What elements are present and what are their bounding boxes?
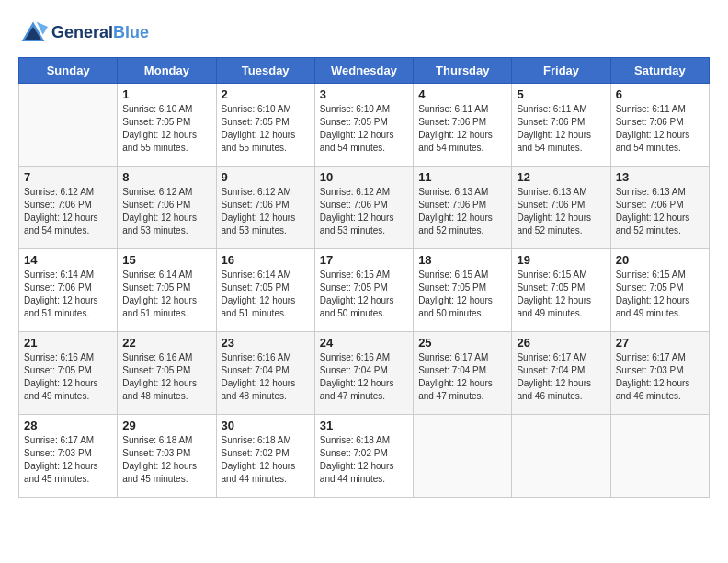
day-number: 20 — [616, 253, 704, 267]
calendar-week-row: 14Sunrise: 6:14 AM Sunset: 7:06 PM Dayli… — [19, 249, 710, 332]
day-number: 17 — [320, 253, 408, 267]
day-info: Sunrise: 6:16 AM Sunset: 7:04 PM Dayligh… — [320, 351, 408, 403]
day-number: 14 — [24, 253, 112, 267]
calendar-cell: 14Sunrise: 6:14 AM Sunset: 7:06 PM Dayli… — [19, 249, 118, 332]
calendar-cell: 21Sunrise: 6:16 AM Sunset: 7:05 PM Dayli… — [19, 332, 118, 415]
day-number: 1 — [122, 87, 210, 101]
calendar-week-row: 28Sunrise: 6:17 AM Sunset: 7:03 PM Dayli… — [19, 415, 710, 498]
page-header: GeneralBlue — [18, 18, 710, 48]
day-info: Sunrise: 6:10 AM Sunset: 7:05 PM Dayligh… — [320, 103, 408, 155]
day-number: 5 — [517, 87, 605, 101]
day-info: Sunrise: 6:12 AM Sunset: 7:06 PM Dayligh… — [222, 186, 310, 237]
calendar-cell — [512, 415, 610, 498]
calendar-header-row: SundayMondayTuesdayWednesdayThursdayFrid… — [19, 58, 710, 84]
calendar-cell — [414, 415, 512, 498]
day-info: Sunrise: 6:14 AM Sunset: 7:05 PM Dayligh… — [222, 269, 310, 320]
day-info: Sunrise: 6:18 AM Sunset: 7:02 PM Dayligh… — [320, 434, 408, 486]
day-number: 8 — [122, 170, 210, 184]
day-info: Sunrise: 6:17 AM Sunset: 7:04 PM Dayligh… — [517, 351, 605, 403]
calendar-cell: 4Sunrise: 6:11 AM Sunset: 7:06 PM Daylig… — [414, 84, 512, 167]
calendar-week-row: 7Sunrise: 6:12 AM Sunset: 7:06 PM Daylig… — [19, 167, 710, 249]
day-info: Sunrise: 6:17 AM Sunset: 7:03 PM Dayligh… — [24, 434, 112, 486]
logo-icon — [18, 18, 48, 48]
calendar-cell: 13Sunrise: 6:13 AM Sunset: 7:06 PM Dayli… — [610, 167, 709, 249]
header-sunday: Sunday — [19, 58, 118, 84]
day-number: 15 — [122, 253, 210, 267]
day-number: 24 — [320, 336, 408, 350]
day-number: 10 — [320, 170, 408, 184]
calendar-cell: 11Sunrise: 6:13 AM Sunset: 7:06 PM Dayli… — [414, 167, 512, 249]
day-info: Sunrise: 6:15 AM Sunset: 7:05 PM Dayligh… — [517, 269, 605, 320]
calendar-cell: 28Sunrise: 6:17 AM Sunset: 7:03 PM Dayli… — [19, 415, 118, 498]
calendar-cell: 27Sunrise: 6:17 AM Sunset: 7:03 PM Dayli… — [610, 332, 709, 415]
header-tuesday: Tuesday — [216, 58, 314, 84]
day-number: 13 — [616, 170, 704, 184]
header-friday: Friday — [512, 58, 610, 84]
day-number: 31 — [320, 419, 408, 432]
day-info: Sunrise: 6:11 AM Sunset: 7:06 PM Dayligh… — [418, 103, 506, 155]
day-info: Sunrise: 6:12 AM Sunset: 7:06 PM Dayligh… — [122, 186, 210, 237]
calendar-cell: 29Sunrise: 6:18 AM Sunset: 7:03 PM Dayli… — [118, 415, 216, 498]
calendar-cell: 25Sunrise: 6:17 AM Sunset: 7:04 PM Dayli… — [414, 332, 512, 415]
day-info: Sunrise: 6:13 AM Sunset: 7:06 PM Dayligh… — [418, 186, 506, 237]
day-info: Sunrise: 6:15 AM Sunset: 7:05 PM Dayligh… — [418, 269, 506, 320]
calendar-cell: 17Sunrise: 6:15 AM Sunset: 7:05 PM Dayli… — [314, 249, 413, 332]
day-number: 25 — [418, 336, 506, 350]
day-info: Sunrise: 6:16 AM Sunset: 7:05 PM Dayligh… — [122, 351, 210, 403]
day-number: 18 — [418, 253, 506, 267]
day-info: Sunrise: 6:13 AM Sunset: 7:06 PM Dayligh… — [616, 186, 704, 237]
day-number: 3 — [320, 87, 408, 101]
day-info: Sunrise: 6:10 AM Sunset: 7:05 PM Dayligh… — [222, 103, 310, 155]
calendar-cell: 5Sunrise: 6:11 AM Sunset: 7:06 PM Daylig… — [512, 84, 610, 167]
day-info: Sunrise: 6:11 AM Sunset: 7:06 PM Dayligh… — [517, 103, 605, 155]
calendar-cell: 1Sunrise: 6:10 AM Sunset: 7:05 PM Daylig… — [118, 84, 216, 167]
day-number: 23 — [222, 336, 310, 350]
calendar-cell: 6Sunrise: 6:11 AM Sunset: 7:06 PM Daylig… — [610, 84, 709, 167]
day-info: Sunrise: 6:18 AM Sunset: 7:03 PM Dayligh… — [122, 434, 210, 486]
day-info: Sunrise: 6:10 AM Sunset: 7:05 PM Dayligh… — [122, 103, 210, 155]
calendar-cell: 24Sunrise: 6:16 AM Sunset: 7:04 PM Dayli… — [314, 332, 413, 415]
day-number: 28 — [24, 419, 112, 432]
day-number: 9 — [222, 170, 310, 184]
calendar-cell: 30Sunrise: 6:18 AM Sunset: 7:02 PM Dayli… — [216, 415, 314, 498]
logo: GeneralBlue — [18, 18, 149, 48]
day-info: Sunrise: 6:16 AM Sunset: 7:05 PM Dayligh… — [24, 351, 112, 403]
calendar-cell: 26Sunrise: 6:17 AM Sunset: 7:04 PM Dayli… — [512, 332, 610, 415]
day-info: Sunrise: 6:15 AM Sunset: 7:05 PM Dayligh… — [616, 269, 704, 320]
day-info: Sunrise: 6:11 AM Sunset: 7:06 PM Dayligh… — [616, 103, 704, 155]
calendar-cell: 18Sunrise: 6:15 AM Sunset: 7:05 PM Dayli… — [414, 249, 512, 332]
day-info: Sunrise: 6:13 AM Sunset: 7:06 PM Dayligh… — [517, 186, 605, 237]
calendar-cell: 19Sunrise: 6:15 AM Sunset: 7:05 PM Dayli… — [512, 249, 610, 332]
calendar-cell: 9Sunrise: 6:12 AM Sunset: 7:06 PM Daylig… — [216, 167, 314, 249]
day-number: 6 — [616, 87, 704, 101]
day-number: 29 — [122, 419, 210, 432]
day-number: 22 — [122, 336, 210, 350]
calendar-cell: 2Sunrise: 6:10 AM Sunset: 7:05 PM Daylig… — [216, 84, 314, 167]
header-saturday: Saturday — [610, 58, 709, 84]
calendar-cell: 31Sunrise: 6:18 AM Sunset: 7:02 PM Dayli… — [314, 415, 413, 498]
calendar-cell: 20Sunrise: 6:15 AM Sunset: 7:05 PM Dayli… — [610, 249, 709, 332]
calendar-cell: 23Sunrise: 6:16 AM Sunset: 7:04 PM Dayli… — [216, 332, 314, 415]
day-info: Sunrise: 6:17 AM Sunset: 7:03 PM Dayligh… — [616, 351, 704, 403]
day-info: Sunrise: 6:17 AM Sunset: 7:04 PM Dayligh… — [418, 351, 506, 403]
day-number: 16 — [222, 253, 310, 267]
calendar-cell: 12Sunrise: 6:13 AM Sunset: 7:06 PM Dayli… — [512, 167, 610, 249]
day-info: Sunrise: 6:14 AM Sunset: 7:06 PM Dayligh… — [24, 269, 112, 320]
day-number: 19 — [517, 253, 605, 267]
calendar-cell: 22Sunrise: 6:16 AM Sunset: 7:05 PM Dayli… — [118, 332, 216, 415]
calendar-table: SundayMondayTuesdayWednesdayThursdayFrid… — [18, 57, 710, 498]
calendar-cell: 16Sunrise: 6:14 AM Sunset: 7:05 PM Dayli… — [216, 249, 314, 332]
day-number: 30 — [222, 419, 310, 432]
day-number: 11 — [418, 170, 506, 184]
header-monday: Monday — [118, 58, 216, 84]
day-number: 27 — [616, 336, 704, 350]
day-info: Sunrise: 6:18 AM Sunset: 7:02 PM Dayligh… — [222, 434, 310, 486]
day-number: 4 — [418, 87, 506, 101]
day-number: 7 — [24, 170, 112, 184]
calendar-cell: 10Sunrise: 6:12 AM Sunset: 7:06 PM Dayli… — [314, 167, 413, 249]
calendar-cell: 3Sunrise: 6:10 AM Sunset: 7:05 PM Daylig… — [314, 84, 413, 167]
calendar-cell — [19, 84, 118, 167]
header-wednesday: Wednesday — [314, 58, 413, 84]
logo-text: GeneralBlue — [51, 24, 149, 42]
day-number: 21 — [24, 336, 112, 350]
